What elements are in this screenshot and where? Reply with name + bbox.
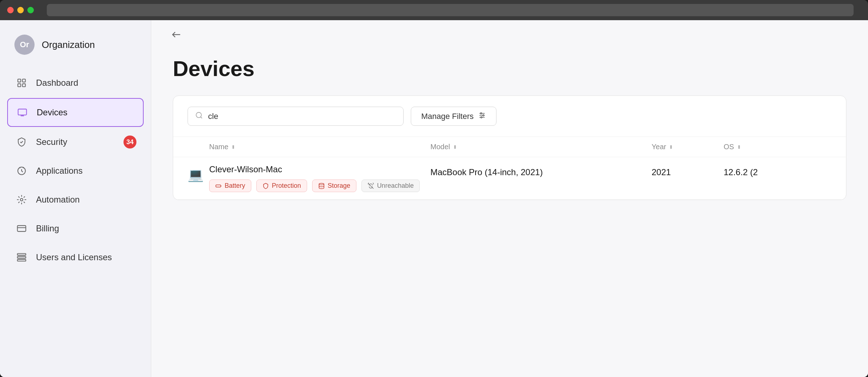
laptop-icon: 💻 <box>188 167 204 182</box>
devices-toolbar: Manage Filters <box>173 96 846 137</box>
sidebar-item-billing[interactable]: Billing <box>7 215 144 242</box>
os-sort-icon: ⬍ <box>737 144 741 150</box>
table-header: Name ⬍ Model ⬍ Year ⬍ <box>173 137 846 157</box>
sidebar-item-applications-label: Applications <box>36 166 82 176</box>
header-os-col[interactable]: OS ⬍ <box>724 143 832 151</box>
device-name-cell: Clever-Wilson-Mac Battery <box>209 164 431 192</box>
sidebar-nav: Dashboard Devices <box>0 66 151 275</box>
svg-point-8 <box>21 199 23 201</box>
manage-filters-button[interactable]: Manage Filters <box>411 107 496 126</box>
sidebar-item-automation-label: Automation <box>36 195 80 205</box>
device-year: 2021 <box>652 164 724 177</box>
traffic-lights <box>7 7 34 13</box>
storage-tag: Storage <box>312 179 356 192</box>
device-tags: Battery Protection <box>209 179 431 192</box>
device-os: 12.6.2 (2 <box>724 164 832 177</box>
battery-tag: Battery <box>209 179 251 192</box>
org-avatar-text: Or <box>20 40 29 49</box>
svg-point-18 <box>480 113 482 114</box>
svg-rect-2 <box>18 84 21 87</box>
sidebar-item-users[interactable]: Users and Licenses <box>7 244 144 271</box>
sidebar-item-devices[interactable]: Devices <box>7 98 144 127</box>
sidebar-item-applications[interactable]: Applications <box>7 157 144 185</box>
billing-icon <box>14 221 29 236</box>
year-sort-icon: ⬍ <box>669 144 673 150</box>
search-icon <box>195 111 203 121</box>
sidebar: Or Organization Dashboard <box>0 20 151 377</box>
browser-window: Or Organization Dashboard <box>0 0 868 377</box>
svg-rect-23 <box>216 185 221 187</box>
sidebar-item-security-label: Security <box>36 137 67 147</box>
unreachable-tag: Unreachable <box>361 179 420 192</box>
sidebar-item-dashboard[interactable]: Dashboard <box>7 69 144 97</box>
svg-rect-1 <box>22 79 25 82</box>
collapse-sidebar-button[interactable] <box>169 27 184 42</box>
search-input[interactable] <box>208 112 396 121</box>
svg-rect-3 <box>22 84 25 87</box>
grid-icon <box>14 76 29 90</box>
org-name: Organization <box>42 39 95 50</box>
org-avatar: Or <box>14 35 35 55</box>
svg-line-16 <box>201 117 202 118</box>
devices-table: Name ⬍ Model ⬍ Year ⬍ <box>173 137 846 200</box>
monitor-icon <box>15 105 30 120</box>
sidebar-item-devices-label: Devices <box>37 107 67 117</box>
app-icon <box>14 164 29 178</box>
sidebar-item-users-label: Users and Licenses <box>36 252 112 262</box>
svg-rect-11 <box>17 254 26 256</box>
header-name-col[interactable]: Name ⬍ <box>209 143 431 151</box>
top-bar <box>151 20 868 49</box>
devices-panel: Manage Filters <box>173 96 846 200</box>
sidebar-item-billing-label: Billing <box>36 223 59 234</box>
table-row[interactable]: 💻 Clever-Wilson-Mac <box>173 157 846 200</box>
header-icon-col <box>188 143 209 151</box>
page-title: Devices <box>173 56 846 81</box>
page-content: Devices M <box>151 49 868 377</box>
maximize-button[interactable] <box>27 7 34 13</box>
shield-icon <box>14 135 29 149</box>
svg-point-15 <box>196 112 202 118</box>
manage-filters-label: Manage Filters <box>421 112 474 121</box>
filter-icon <box>478 111 486 121</box>
security-badge: 34 <box>123 136 136 148</box>
svg-point-24 <box>319 183 324 185</box>
svg-rect-13 <box>17 260 26 261</box>
svg-rect-12 <box>17 257 26 258</box>
main-content: Devices M <box>151 20 868 377</box>
org-header: Or Organization <box>0 31 151 66</box>
model-sort-icon: ⬍ <box>453 144 457 150</box>
app-container: Or Organization Dashboard <box>0 20 868 377</box>
sidebar-item-automation[interactable]: Automation <box>7 186 144 213</box>
header-model-col[interactable]: Model ⬍ <box>431 143 652 151</box>
svg-rect-9 <box>17 226 26 231</box>
sidebar-item-security[interactable]: Security 34 <box>7 128 144 156</box>
svg-rect-0 <box>18 79 21 82</box>
header-year-col[interactable]: Year ⬍ <box>652 143 724 151</box>
automation-icon <box>14 192 29 207</box>
name-sort-icon: ⬍ <box>231 144 235 150</box>
device-icon-cell: 💻 <box>188 164 209 182</box>
svg-point-22 <box>481 117 482 118</box>
search-box <box>188 107 404 126</box>
users-icon <box>14 250 29 265</box>
svg-point-20 <box>482 115 484 116</box>
device-model: MacBook Pro (14-inch, 2021) <box>431 164 652 177</box>
svg-rect-4 <box>18 109 26 115</box>
minimize-button[interactable] <box>17 7 24 13</box>
title-bar <box>0 0 868 20</box>
address-bar[interactable] <box>47 4 854 16</box>
sidebar-item-dashboard-label: Dashboard <box>36 78 78 88</box>
protection-tag: Protection <box>256 179 307 192</box>
close-button[interactable] <box>7 7 14 13</box>
device-name: Clever-Wilson-Mac <box>209 164 431 174</box>
